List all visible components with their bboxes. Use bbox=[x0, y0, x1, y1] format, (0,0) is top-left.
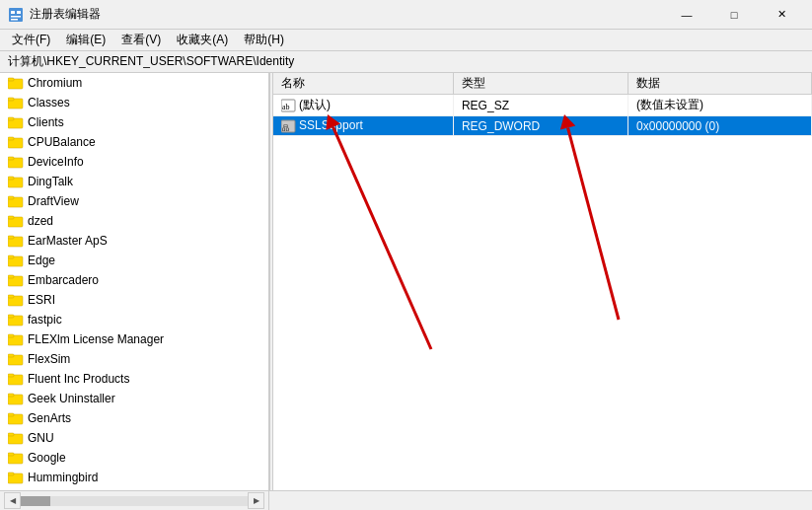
tree-item-label: dzed bbox=[28, 214, 53, 228]
svg-text:ab: ab bbox=[282, 103, 290, 111]
tree-item-fastpic[interactable]: fastpic bbox=[0, 310, 268, 329]
tree-panel[interactable]: Chromium Classes Clients CPUBalance Devi… bbox=[0, 73, 269, 490]
tree-item-label: Classes bbox=[28, 96, 70, 109]
tree-item-label: Clients bbox=[28, 115, 64, 129]
menu-item-编辑(E)[interactable]: 编辑(E) bbox=[58, 30, 113, 50]
folder-icon bbox=[8, 332, 24, 346]
table-row[interactable]: 品 SSLSupportREG_DWORD0x00000000 (0) bbox=[273, 116, 812, 136]
tree-item-Clients[interactable]: Clients bbox=[0, 112, 268, 132]
tree-item-DeviceInfo[interactable]: DeviceInfo bbox=[0, 152, 268, 172]
reg-name-cell: 品 SSLSupport bbox=[273, 116, 453, 136]
svg-line-51 bbox=[333, 127, 431, 349]
svg-rect-46 bbox=[8, 473, 14, 475]
folder-icon bbox=[8, 76, 24, 90]
tree-item-label: Geek Uninstaller bbox=[28, 392, 115, 405]
svg-rect-38 bbox=[8, 394, 14, 397]
folder-icon bbox=[8, 115, 24, 129]
svg-rect-26 bbox=[8, 275, 14, 278]
tree-item-DraftView[interactable]: DraftView bbox=[0, 191, 268, 211]
folder-icon bbox=[8, 254, 24, 267]
tree-item-label: DraftView bbox=[28, 194, 79, 208]
tree-item-label: FLEXlm License Manager bbox=[28, 332, 164, 346]
svg-rect-24 bbox=[8, 255, 14, 258]
close-button[interactable]: ✕ bbox=[759, 0, 804, 30]
folder-icon bbox=[8, 214, 24, 228]
col-type[interactable]: 类型 bbox=[453, 73, 627, 95]
tree-item-Embarcadero[interactable]: Embarcadero bbox=[0, 270, 268, 290]
tree-item-FlexSim[interactable]: FlexSim bbox=[0, 349, 268, 369]
tree-item-Edge[interactable]: Edge bbox=[0, 251, 268, 270]
tree-item-label: ESRI bbox=[28, 293, 55, 307]
svg-rect-44 bbox=[8, 453, 14, 456]
tree-item-dzed[interactable]: dzed bbox=[0, 211, 268, 231]
menu-bar: 文件(F)编辑(E)查看(V)收藏夹(A)帮助(H) bbox=[0, 30, 812, 51]
tree-item-label: Edge bbox=[28, 254, 55, 267]
menu-item-收藏夹(A)[interactable]: 收藏夹(A) bbox=[169, 30, 236, 50]
window-controls: — □ ✕ bbox=[664, 0, 804, 30]
svg-rect-22 bbox=[8, 236, 14, 239]
svg-rect-2 bbox=[17, 11, 21, 14]
col-data[interactable]: 数据 bbox=[628, 73, 812, 95]
folder-icon bbox=[8, 372, 24, 386]
svg-rect-36 bbox=[8, 374, 14, 377]
tree-item-Geek-Uninstaller[interactable]: Geek Uninstaller bbox=[0, 389, 268, 408]
tree-item-Classes[interactable]: Classes bbox=[0, 93, 268, 112]
folder-icon bbox=[8, 293, 24, 307]
tree-item-DingTalk[interactable]: DingTalk bbox=[0, 172, 268, 191]
folder-icon bbox=[8, 313, 24, 327]
reg-type-cell: REG_DWORD bbox=[453, 116, 627, 136]
window-title: 注册表编辑器 bbox=[30, 6, 664, 23]
tree-item-label: Embarcadero bbox=[28, 273, 99, 287]
tree-item-label: Hummingbird bbox=[28, 471, 98, 484]
folder-icon bbox=[8, 234, 24, 248]
registry-table: 名称 类型 数据 ab (默认)REG_SZ(数值未设置) 品 SSLSuppo… bbox=[273, 73, 812, 136]
folder-icon bbox=[8, 135, 24, 149]
menu-item-文件(F)[interactable]: 文件(F) bbox=[4, 30, 58, 50]
svg-rect-42 bbox=[8, 433, 14, 436]
folder-icon bbox=[8, 431, 24, 445]
menu-item-查看(V)[interactable]: 查看(V) bbox=[113, 30, 169, 50]
tree-item-label: GNU bbox=[28, 431, 54, 445]
tree-item-Hummingbird[interactable]: Hummingbird bbox=[0, 468, 268, 487]
main-content: Chromium Classes Clients CPUBalance Devi… bbox=[0, 73, 812, 490]
folder-icon bbox=[8, 273, 24, 287]
tree-item-CPUBalance[interactable]: CPUBalance bbox=[0, 132, 268, 152]
svg-rect-40 bbox=[8, 413, 14, 416]
svg-rect-18 bbox=[8, 196, 14, 199]
scroll-right-button[interactable]: ▶ bbox=[248, 492, 264, 509]
tree-item-ESRI[interactable]: ESRI bbox=[0, 290, 268, 310]
tree-item-label: DeviceInfo bbox=[28, 155, 84, 169]
tree-item-GNU[interactable]: GNU bbox=[0, 428, 268, 448]
svg-rect-4 bbox=[11, 19, 18, 21]
reg-type-cell: REG_SZ bbox=[453, 95, 627, 116]
svg-line-53 bbox=[568, 128, 619, 320]
minimize-button[interactable]: — bbox=[664, 0, 709, 30]
reg-ab-icon: ab bbox=[281, 98, 299, 111]
reg-dword-icon: 品 bbox=[281, 118, 299, 132]
maximize-button[interactable]: □ bbox=[711, 0, 757, 30]
svg-rect-20 bbox=[8, 216, 14, 219]
table-row[interactable]: ab (默认)REG_SZ(数值未设置) bbox=[273, 95, 812, 116]
status-bar: ◀ ▶ bbox=[0, 490, 812, 510]
tree-item-Chromium[interactable]: Chromium bbox=[0, 73, 268, 93]
tree-item-Fluent-Inc-Products[interactable]: Fluent Inc Products bbox=[0, 369, 268, 389]
col-name[interactable]: 名称 bbox=[273, 73, 453, 95]
tree-item-EarMaster-ApS[interactable]: EarMaster ApS bbox=[0, 231, 268, 251]
scroll-left-button[interactable]: ◀ bbox=[4, 492, 21, 509]
menu-item-帮助(H)[interactable]: 帮助(H) bbox=[236, 30, 292, 50]
tree-item-label: fastpic bbox=[28, 313, 62, 327]
folder-icon bbox=[8, 352, 24, 366]
tree-item-label: Fluent Inc Products bbox=[28, 372, 129, 386]
tree-item-FLEXlm-License-Manager[interactable]: FLEXlm License Manager bbox=[0, 329, 268, 349]
svg-rect-34 bbox=[8, 354, 14, 357]
svg-rect-1 bbox=[11, 11, 15, 14]
tree-item-label: Google bbox=[28, 451, 66, 465]
tree-item-label: Chromium bbox=[28, 76, 82, 90]
tree-item-Google[interactable]: Google bbox=[0, 448, 268, 468]
registry-panel[interactable]: 名称 类型 数据 ab (默认)REG_SZ(数值未设置) 品 SSLSuppo… bbox=[273, 73, 812, 490]
tree-item-GenArts[interactable]: GenArts bbox=[0, 408, 268, 428]
svg-rect-3 bbox=[11, 16, 21, 18]
svg-rect-32 bbox=[8, 334, 14, 337]
svg-rect-10 bbox=[8, 117, 14, 120]
svg-rect-30 bbox=[8, 315, 14, 318]
